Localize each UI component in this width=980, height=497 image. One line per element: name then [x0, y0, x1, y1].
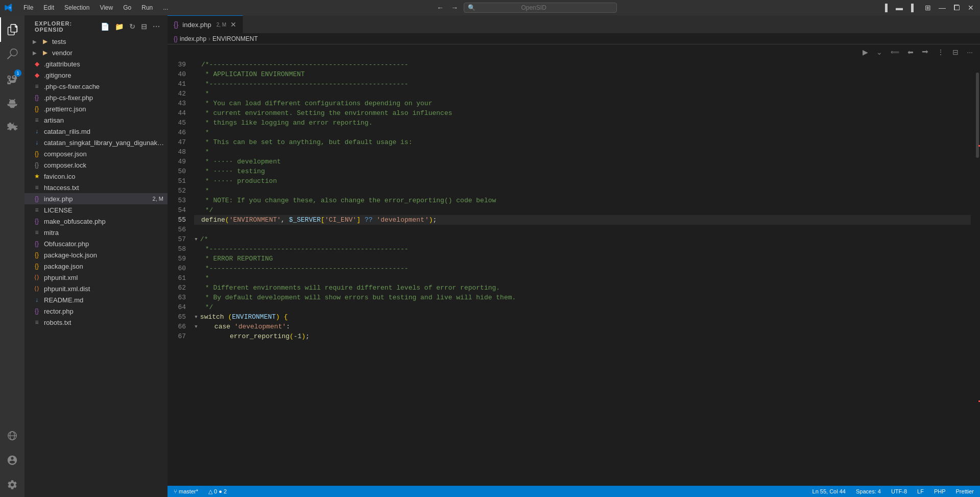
no-fold-42: [194, 89, 201, 99]
line-number-47: 47: [172, 137, 186, 147]
activity-source-control[interactable]: 1: [0, 66, 25, 91]
menu-view[interactable]: View: [95, 3, 117, 12]
file-item-phpunit-xml[interactable]: ⟨⟩phpunit.xml: [25, 272, 168, 283]
file-item-tests[interactable]: ▶▶tests: [25, 36, 168, 47]
file-item-composer-json[interactable]: {}composer.json: [25, 148, 168, 159]
no-fold-45: [194, 118, 201, 128]
breadcrumb-file[interactable]: index.php: [180, 35, 206, 42]
file-item-index-php[interactable]: {}index.php2, M: [25, 193, 168, 204]
code-line-56: [194, 225, 971, 234]
close-button[interactable]: ✕: [966, 4, 976, 11]
new-file-icon[interactable]: 📄: [100, 21, 111, 32]
errors-warnings-status[interactable]: △ 0 ● 2: [206, 488, 229, 495]
more-actions-icon[interactable]: ···: [152, 21, 161, 32]
collapse-all-icon[interactable]: ⊟: [140, 21, 149, 32]
minimize-button[interactable]: —: [937, 4, 947, 11]
maximize-button[interactable]: ⧠: [951, 4, 962, 11]
fold-arrow-57[interactable]: ▾: [194, 234, 198, 244]
refresh-icon[interactable]: ↻: [128, 21, 137, 32]
nav-forward-button[interactable]: →: [449, 4, 460, 11]
file-item-Obfuscator-php[interactable]: {}Obfuscator.php: [25, 238, 168, 249]
fold-arrow-65[interactable]: ▾: [194, 312, 198, 322]
sidebar: EXPLORER: OPENSID 📄 📁 ↻ ⊟ ··· ▶▶tests▶▶v…: [25, 15, 168, 497]
breadcrumb-section[interactable]: ENVIRONMENT: [212, 35, 258, 42]
right-scrollbar[interactable]: [973, 60, 980, 486]
file-name: LICENSE: [44, 206, 168, 214]
menu-file[interactable]: File: [19, 3, 37, 12]
file-icon: ↓: [33, 138, 41, 147]
language-status[interactable]: PHP: [932, 488, 948, 494]
file-item-htaccess-txt[interactable]: ≡htaccess.txt: [25, 182, 168, 193]
no-fold-56: [194, 225, 201, 234]
file-item-catatan-singkat-library-yang-digunakan-md[interactable]: ↓catatan_singkat_library_yang_digunakan.…: [25, 137, 168, 148]
activity-explorer[interactable]: [0, 17, 25, 42]
run-button[interactable]: ▶: [859, 47, 871, 57]
line-ending-status[interactable]: LF: [915, 488, 926, 494]
git-prev-button[interactable]: ⬅: [904, 47, 917, 57]
activity-extensions[interactable]: [0, 115, 25, 140]
file-item--gitignore[interactable]: ◆.gitignore: [25, 69, 168, 81]
file-item-package-lock-json[interactable]: {}package-lock.json: [25, 249, 168, 261]
tabs-bar: {}​ index.php 2, M ✕: [168, 15, 980, 33]
menu-selection[interactable]: Selection: [60, 3, 93, 12]
file-item-LICENSE[interactable]: ≡LICENSE: [25, 204, 168, 216]
menu-edit[interactable]: Edit: [39, 3, 58, 12]
sidebar-toggle-button[interactable]: ▐: [880, 4, 890, 11]
file-icon: ↓: [33, 127, 41, 135]
git-branch-status[interactable]: ⑂ master*: [172, 488, 200, 494]
fold-arrow-66[interactable]: ▾: [194, 322, 198, 332]
activity-settings[interactable]: [0, 472, 25, 497]
file-item--gitattributes[interactable]: ◆.gitattributes: [25, 58, 168, 69]
nav-back-button[interactable]: ←: [435, 4, 445, 11]
no-fold-63: [194, 293, 201, 302]
file-item-vendor[interactable]: ▶▶vendor: [25, 47, 168, 58]
git-lens-button[interactable]: ⟸: [888, 48, 902, 57]
code-line-65: ▾switch (ENVIRONMENT) {: [194, 312, 971, 322]
panel-toggle-button[interactable]: ▬: [894, 4, 904, 11]
formatter-status[interactable]: Prettier: [954, 488, 976, 494]
menu-run[interactable]: Run: [137, 3, 157, 12]
file-item--php-cs-fixer-cache[interactable]: ≡.php-cs-fixer.cache: [25, 81, 168, 92]
file-item-robots-txt[interactable]: ≡robots.txt: [25, 317, 168, 328]
search-input[interactable]: [464, 3, 617, 13]
file-item--prettierrc-json[interactable]: {}.prettierrc.json: [25, 103, 168, 114]
tab-index-php[interactable]: {}​ index.php 2, M ✕: [168, 15, 243, 33]
panel-right-button[interactable]: ▌: [909, 4, 919, 11]
activity-remote[interactable]: [0, 423, 25, 448]
file-item-mitra[interactable]: ≡mitra: [25, 227, 168, 238]
file-item-catatan-rilis-md[interactable]: ↓catatan_rilis.md: [25, 126, 168, 137]
git-next-button[interactable]: ⮕: [919, 47, 932, 57]
no-fold-54: [194, 205, 201, 215]
file-item-phpunit-xml-dist[interactable]: ⟨⟩phpunit.xml.dist: [25, 283, 168, 294]
file-item-artisan[interactable]: ≡artisan: [25, 114, 168, 126]
file-item--php-cs-fixer-php[interactable]: {}.php-cs-fixer.php: [25, 92, 168, 103]
file-item-rector-php[interactable]: {}rector.php: [25, 305, 168, 317]
spaces-status[interactable]: Spaces: 4: [854, 488, 883, 494]
file-item-README-md[interactable]: ↓README.md: [25, 294, 168, 305]
new-folder-icon[interactable]: 📁: [114, 21, 125, 32]
split-editor-button[interactable]: ⊟: [949, 47, 962, 57]
file-name: phpunit.xml: [44, 274, 168, 281]
more-editor-actions[interactable]: ⋮: [934, 47, 947, 57]
file-item-make-obfuscate-php[interactable]: {}make_obfuscate.php: [25, 216, 168, 227]
menu-go[interactable]: Go: [119, 3, 135, 12]
more-actions-button[interactable]: ···: [964, 47, 976, 57]
activity-run-debug[interactable]: [0, 91, 25, 115]
file-item-composer-lock[interactable]: {}composer.lock: [25, 159, 168, 171]
tab-close-button[interactable]: ✕: [230, 20, 236, 29]
menu-more[interactable]: ...: [159, 3, 172, 12]
activity-account[interactable]: [0, 448, 25, 472]
code-editor[interactable]: 3940414243444546474849505152535455565758…: [168, 60, 973, 486]
file-icon: ≡: [33, 228, 41, 236]
customize-layout-button[interactable]: ⊞: [923, 4, 933, 11]
activity-search[interactable]: [0, 42, 25, 66]
cursor-position-status[interactable]: Ln 55, Col 44: [810, 488, 848, 494]
main-container: 1 EXPLORER: OPENSID 📄 📁 ↻ ⊟ ···: [0, 15, 980, 497]
file-item-favicon-ico[interactable]: ★favicon.ico: [25, 171, 168, 182]
encoding-status[interactable]: UTF-8: [889, 488, 909, 494]
run-dropdown-button[interactable]: ⌄: [873, 47, 886, 57]
file-icon: {}: [33, 217, 41, 225]
file-item-package-json[interactable]: {}package.json: [25, 261, 168, 272]
tab-badge: 2, M: [217, 22, 226, 28]
file-icon: ▶: [41, 37, 49, 45]
